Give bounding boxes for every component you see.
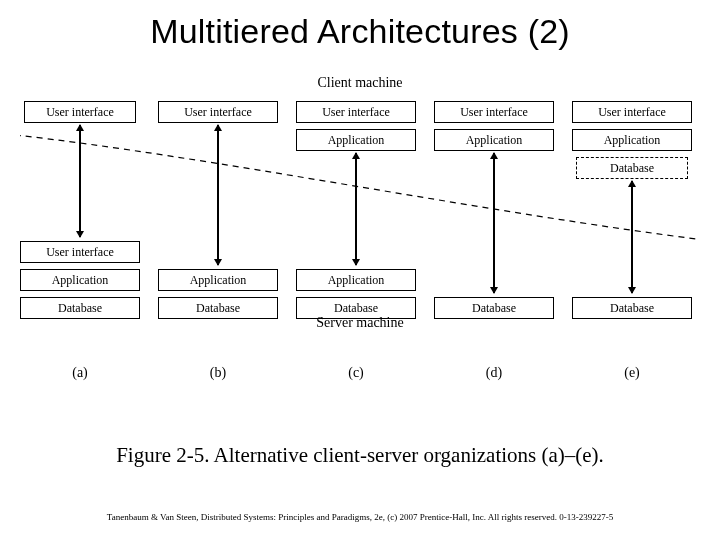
column-label: (d): [434, 365, 554, 381]
column-label: (a): [20, 365, 140, 381]
arrow-icon: [217, 125, 219, 265]
arrow-icon: [493, 153, 495, 293]
arrow-icon: [79, 125, 81, 237]
column-label: (e): [572, 365, 692, 381]
box-ui-client: User interface: [24, 101, 136, 123]
slide-title: Multitiered Architectures (2): [0, 12, 720, 51]
column-label: (c): [296, 365, 416, 381]
box-ui-client: User interface: [434, 101, 554, 123]
box-app-client: Application: [434, 129, 554, 151]
box-ui-client: User interface: [296, 101, 416, 123]
box-app-client: Application: [572, 129, 692, 151]
box-ui-server: User interface: [20, 241, 140, 263]
figure-caption: Figure 2-5. Alternative client-server or…: [0, 443, 720, 468]
server-machine-label: Server machine: [20, 315, 700, 331]
copyright-footer: Tanenbaum & Van Steen, Distributed Syste…: [0, 512, 720, 522]
box-app-server: Application: [158, 269, 278, 291]
architecture-diagram: Client machine User interface User inter…: [20, 75, 700, 385]
arrow-icon: [631, 181, 633, 293]
column-label: (b): [158, 365, 278, 381]
box-app-client: Application: [296, 129, 416, 151]
client-machine-label: Client machine: [20, 75, 700, 91]
box-app-server: Application: [296, 269, 416, 291]
box-db-client: Database: [576, 157, 688, 179]
box-app-server: Application: [20, 269, 140, 291]
box-ui-client: User interface: [158, 101, 278, 123]
arrow-icon: [355, 153, 357, 265]
box-ui-client: User interface: [572, 101, 692, 123]
